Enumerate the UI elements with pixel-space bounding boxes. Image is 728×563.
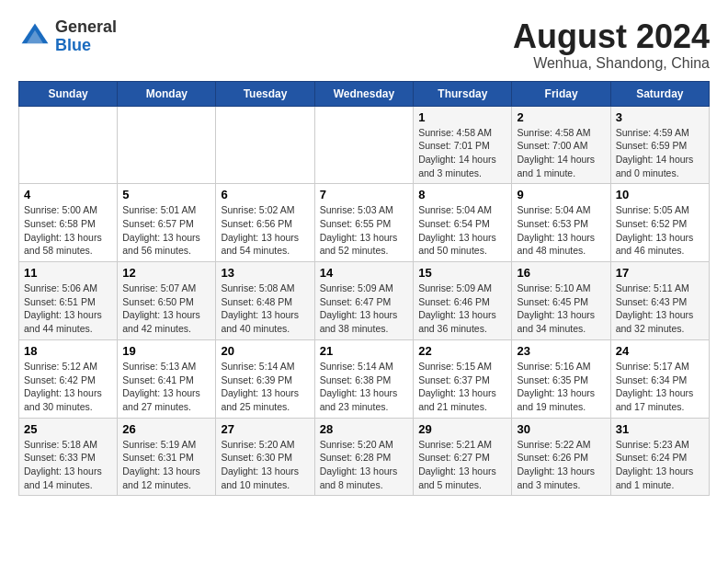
month-year-title: August 2024 (513, 18, 710, 55)
day-number: 28 (320, 422, 408, 436)
day-cell: 23Sunrise: 5:16 AM Sunset: 6:35 PM Dayli… (512, 339, 610, 418)
day-number: 4 (24, 188, 112, 201)
day-info: Sunrise: 5:18 AM Sunset: 6:33 PM Dayligh… (24, 438, 112, 492)
calendar-body: 1Sunrise: 4:58 AM Sunset: 7:01 PM Daylig… (19, 106, 710, 496)
logo-text: General Blue (55, 18, 117, 55)
day-info: Sunrise: 5:05 AM Sunset: 6:52 PM Dayligh… (616, 203, 704, 258)
week-row-3: 11Sunrise: 5:06 AM Sunset: 6:51 PM Dayli… (19, 262, 710, 340)
day-cell (314, 106, 413, 184)
week-row-5: 25Sunrise: 5:18 AM Sunset: 6:33 PM Dayli… (19, 418, 710, 496)
day-cell: 12Sunrise: 5:07 AM Sunset: 6:50 PM Dayli… (118, 262, 216, 340)
day-info: Sunrise: 4:58 AM Sunset: 7:00 AM Dayligh… (517, 126, 605, 180)
day-info: Sunrise: 5:10 AM Sunset: 6:45 PM Dayligh… (517, 282, 605, 336)
day-cell: 28Sunrise: 5:20 AM Sunset: 6:28 PM Dayli… (314, 418, 413, 496)
header-cell-sunday: Sunday (19, 81, 118, 106)
header-cell-saturday: Saturday (610, 81, 709, 106)
day-number: 25 (24, 422, 112, 436)
day-info: Sunrise: 5:19 AM Sunset: 6:31 PM Dayligh… (122, 438, 210, 492)
title-block: August 2024 Wenhua, Shandong, China (513, 18, 710, 72)
day-info: Sunrise: 5:17 AM Sunset: 6:34 PM Dayligh… (616, 360, 704, 414)
day-number: 7 (320, 188, 408, 201)
day-info: Sunrise: 5:16 AM Sunset: 6:35 PM Dayligh… (517, 360, 605, 414)
day-cell: 24Sunrise: 5:17 AM Sunset: 6:34 PM Dayli… (610, 339, 709, 418)
day-number: 29 (418, 422, 506, 436)
day-cell: 8Sunrise: 5:04 AM Sunset: 6:54 PM Daylig… (414, 184, 512, 262)
page-header: General Blue August 2024 Wenhua, Shandon… (18, 18, 710, 72)
day-number: 26 (122, 422, 210, 436)
day-cell: 6Sunrise: 5:02 AM Sunset: 6:56 PM Daylig… (216, 184, 314, 262)
day-number: 19 (122, 344, 210, 358)
day-number: 15 (418, 266, 506, 280)
day-number: 11 (24, 266, 112, 280)
day-info: Sunrise: 5:02 AM Sunset: 6:56 PM Dayligh… (221, 203, 309, 258)
day-info: Sunrise: 5:23 AM Sunset: 6:24 PM Dayligh… (616, 438, 704, 492)
day-cell: 20Sunrise: 5:14 AM Sunset: 6:39 PM Dayli… (216, 339, 314, 418)
header-row: SundayMondayTuesdayWednesdayThursdayFrid… (19, 81, 710, 106)
day-number: 16 (517, 266, 605, 280)
calendar-header: SundayMondayTuesdayWednesdayThursdayFrid… (19, 81, 710, 106)
day-info: Sunrise: 5:12 AM Sunset: 6:42 PM Dayligh… (24, 360, 112, 414)
day-cell: 22Sunrise: 5:15 AM Sunset: 6:37 PM Dayli… (414, 339, 512, 418)
day-number: 5 (122, 188, 210, 201)
day-info: Sunrise: 4:59 AM Sunset: 6:59 PM Dayligh… (616, 126, 704, 180)
day-number: 1 (418, 110, 506, 124)
day-number: 30 (517, 422, 605, 436)
day-cell: 2Sunrise: 4:58 AM Sunset: 7:00 AM Daylig… (512, 106, 610, 184)
day-cell: 30Sunrise: 5:22 AM Sunset: 6:26 PM Dayli… (512, 418, 610, 496)
day-number: 17 (616, 266, 704, 280)
day-number: 14 (320, 266, 408, 280)
logo-blue: Blue (55, 36, 91, 54)
header-cell-tuesday: Tuesday (216, 81, 314, 106)
day-info: Sunrise: 5:08 AM Sunset: 6:48 PM Dayligh… (221, 282, 309, 336)
day-info: Sunrise: 5:13 AM Sunset: 6:41 PM Dayligh… (122, 360, 210, 414)
day-cell: 25Sunrise: 5:18 AM Sunset: 6:33 PM Dayli… (19, 418, 118, 496)
location-subtitle: Wenhua, Shandong, China (513, 55, 710, 72)
day-info: Sunrise: 5:04 AM Sunset: 6:54 PM Dayligh… (418, 203, 506, 258)
day-number: 6 (221, 188, 309, 201)
day-number: 18 (24, 344, 112, 358)
week-row-2: 4Sunrise: 5:00 AM Sunset: 6:58 PM Daylig… (19, 184, 710, 262)
day-cell: 17Sunrise: 5:11 AM Sunset: 6:43 PM Dayli… (610, 262, 709, 340)
day-cell: 16Sunrise: 5:10 AM Sunset: 6:45 PM Dayli… (512, 262, 610, 340)
day-cell: 14Sunrise: 5:09 AM Sunset: 6:47 PM Dayli… (314, 262, 413, 340)
day-cell: 4Sunrise: 5:00 AM Sunset: 6:58 PM Daylig… (19, 184, 118, 262)
day-number: 13 (221, 266, 309, 280)
day-cell: 26Sunrise: 5:19 AM Sunset: 6:31 PM Dayli… (118, 418, 216, 496)
day-cell: 19Sunrise: 5:13 AM Sunset: 6:41 PM Dayli… (118, 339, 216, 418)
header-cell-thursday: Thursday (414, 81, 512, 106)
day-number: 20 (221, 344, 309, 358)
day-cell: 27Sunrise: 5:20 AM Sunset: 6:30 PM Dayli… (216, 418, 314, 496)
logo: General Blue (18, 18, 117, 55)
day-cell: 18Sunrise: 5:12 AM Sunset: 6:42 PM Dayli… (19, 339, 118, 418)
day-info: Sunrise: 5:01 AM Sunset: 6:57 PM Dayligh… (122, 203, 210, 258)
day-number: 10 (616, 188, 704, 201)
day-info: Sunrise: 5:20 AM Sunset: 6:30 PM Dayligh… (221, 438, 309, 492)
day-cell: 7Sunrise: 5:03 AM Sunset: 6:55 PM Daylig… (314, 184, 413, 262)
day-cell: 31Sunrise: 5:23 AM Sunset: 6:24 PM Dayli… (610, 418, 709, 496)
day-cell: 1Sunrise: 4:58 AM Sunset: 7:01 PM Daylig… (414, 106, 512, 184)
logo-icon (18, 20, 51, 53)
day-info: Sunrise: 5:21 AM Sunset: 6:27 PM Dayligh… (418, 438, 506, 492)
day-cell: 9Sunrise: 5:04 AM Sunset: 6:53 PM Daylig… (512, 184, 610, 262)
day-cell (19, 106, 118, 184)
logo-general: General (55, 17, 117, 36)
day-cell: 21Sunrise: 5:14 AM Sunset: 6:38 PM Dayli… (314, 339, 413, 418)
day-number: 12 (122, 266, 210, 280)
week-row-1: 1Sunrise: 4:58 AM Sunset: 7:01 PM Daylig… (19, 106, 710, 184)
day-info: Sunrise: 5:03 AM Sunset: 6:55 PM Dayligh… (320, 203, 408, 258)
day-cell: 3Sunrise: 4:59 AM Sunset: 6:59 PM Daylig… (610, 106, 709, 184)
day-cell: 29Sunrise: 5:21 AM Sunset: 6:27 PM Dayli… (414, 418, 512, 496)
week-row-4: 18Sunrise: 5:12 AM Sunset: 6:42 PM Dayli… (19, 339, 710, 418)
day-info: Sunrise: 5:14 AM Sunset: 6:39 PM Dayligh… (221, 360, 309, 414)
day-number: 23 (517, 344, 605, 358)
day-cell (118, 106, 216, 184)
header-cell-wednesday: Wednesday (314, 81, 413, 106)
day-info: Sunrise: 5:22 AM Sunset: 6:26 PM Dayligh… (517, 438, 605, 492)
day-number: 2 (517, 110, 605, 124)
day-info: Sunrise: 5:04 AM Sunset: 6:53 PM Dayligh… (517, 203, 605, 258)
day-info: Sunrise: 5:06 AM Sunset: 6:51 PM Dayligh… (24, 282, 112, 336)
day-number: 3 (616, 110, 704, 124)
day-info: Sunrise: 5:15 AM Sunset: 6:37 PM Dayligh… (418, 360, 506, 414)
day-cell: 5Sunrise: 5:01 AM Sunset: 6:57 PM Daylig… (118, 184, 216, 262)
day-cell: 15Sunrise: 5:09 AM Sunset: 6:46 PM Dayli… (414, 262, 512, 340)
